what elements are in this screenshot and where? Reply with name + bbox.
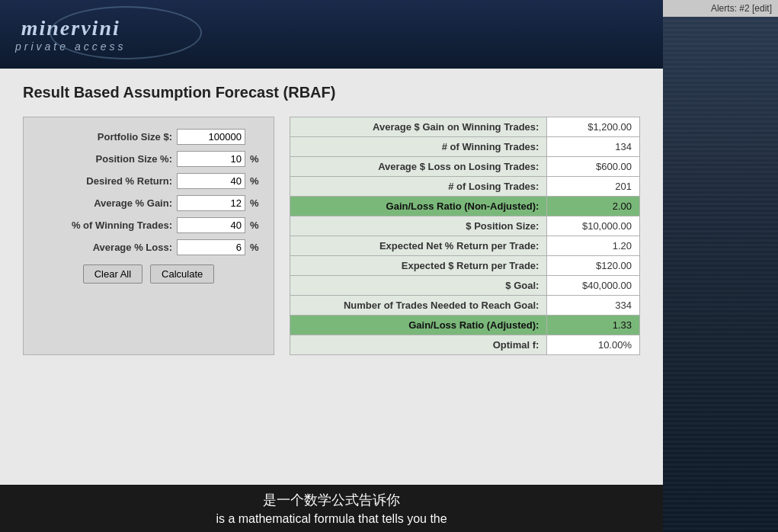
portfolio-size-row: Portfolio Size $: (35, 129, 262, 145)
desired-return-unit: % (250, 175, 262, 187)
desired-return-label: Desired % Return: (35, 175, 172, 187)
result-label: Expected $ Return per Trade: (290, 256, 547, 276)
result-value: $10,000.00 (547, 216, 640, 236)
sidebar-stripes (663, 17, 778, 532)
result-value: 1.20 (547, 236, 640, 256)
result-label: Gain/Loss Ratio (Non-Adjusted): (290, 197, 547, 216)
result-value: $40,000.00 (547, 276, 640, 296)
result-label: Average $ Gain on Winning Trades: (290, 117, 547, 137)
result-label: Optimal f: (290, 335, 547, 355)
right-sidebar: Alerts: #2 [edit] (663, 0, 778, 532)
result-label: $ Position Size: (290, 216, 547, 236)
table-row: Gain/Loss Ratio (Adjusted):1.33 (290, 316, 640, 335)
result-label: # of Losing Trades: (290, 177, 547, 197)
result-label: $ Goal: (290, 276, 547, 296)
result-label: Expected Net % Return per Trade: (290, 236, 547, 256)
result-label: Number of Trades Needed to Reach Goal: (290, 296, 547, 316)
logo: minervini private access (15, 16, 126, 53)
main-panel: minervini private access Result Based As… (0, 0, 663, 532)
clear-all-button[interactable]: Clear All (83, 264, 142, 284)
result-label: Gain/Loss Ratio (Adjusted): (290, 316, 547, 335)
result-value: 201 (547, 177, 640, 197)
table-row: Expected Net % Return per Trade:1.20 (290, 236, 640, 256)
subtitle-bar: 是一个数学公式告诉你 is a mathematical formula tha… (0, 485, 663, 532)
desired-return-row: Desired % Return: % (35, 173, 262, 189)
table-row: Gain/Loss Ratio (Non-Adjusted):2.00 (290, 197, 640, 216)
avg-loss-label: Average % Loss: (35, 242, 172, 253)
calculator-layout: Portfolio Size $: Position Size %: % Des… (23, 117, 640, 355)
result-value: 334 (547, 296, 640, 316)
winning-trades-unit: % (250, 220, 262, 231)
avg-gain-input[interactable] (177, 195, 245, 211)
page-title: Result Based Assumption Forecast (RBAF) (23, 84, 640, 101)
avg-gain-label: Average % Gain: (35, 197, 172, 209)
avg-loss-row: Average % Loss: % (35, 239, 262, 255)
header: minervini private access (0, 0, 663, 69)
table-row: Expected $ Return per Trade:$120.00 (290, 256, 640, 276)
desired-return-input[interactable] (177, 173, 245, 189)
result-value: 134 (547, 137, 640, 157)
winning-trades-row: % of Winning Trades: % (35, 217, 262, 233)
subtitle-english: is a mathematical formula that tells you… (0, 512, 663, 526)
result-value: $1,200.00 (547, 117, 640, 137)
result-label: # of Winning Trades: (290, 137, 547, 157)
calculate-button[interactable]: Calculate (150, 264, 214, 284)
result-value: $120.00 (547, 256, 640, 276)
avg-loss-unit: % (250, 242, 262, 253)
position-size-input[interactable] (177, 151, 245, 167)
alerts-bar: Alerts: #2 [edit] (663, 0, 778, 17)
winning-trades-input[interactable] (177, 217, 245, 233)
table-row: Number of Trades Needed to Reach Goal:33… (290, 296, 640, 316)
table-row: $ Goal:$40,000.00 (290, 276, 640, 296)
result-value: 10.00% (547, 335, 640, 355)
position-size-unit: % (250, 153, 262, 165)
table-row: Optimal f:10.00% (290, 335, 640, 355)
table-row: $ Position Size:$10,000.00 (290, 216, 640, 236)
avg-loss-input[interactable] (177, 239, 245, 255)
result-label: Average $ Loss on Losing Trades: (290, 157, 547, 177)
position-size-label: Position Size %: (35, 153, 172, 165)
avg-gain-row: Average % Gain: % (35, 195, 262, 211)
table-row: # of Winning Trades:134 (290, 137, 640, 157)
subtitle-chinese: 是一个数学公式告诉你 (0, 491, 663, 509)
results-table: Average $ Gain on Winning Trades:$1,200.… (290, 117, 640, 355)
table-row: Average $ Gain on Winning Trades:$1,200.… (290, 117, 640, 137)
table-row: # of Losing Trades:201 (290, 177, 640, 197)
position-size-row: Position Size %: % (35, 151, 262, 167)
button-row: Clear All Calculate (35, 264, 262, 284)
avg-gain-unit: % (250, 197, 262, 209)
portfolio-size-input[interactable] (177, 129, 245, 145)
result-value: $600.00 (547, 157, 640, 177)
winning-trades-label: % of Winning Trades: (35, 220, 172, 231)
results-panel: Average $ Gain on Winning Trades:$1,200.… (290, 117, 640, 355)
content-area: Result Based Assumption Forecast (RBAF) … (0, 69, 663, 532)
table-row: Average $ Loss on Losing Trades:$600.00 (290, 157, 640, 177)
portfolio-size-label: Portfolio Size $: (35, 131, 172, 143)
input-form-panel: Portfolio Size $: Position Size %: % Des… (23, 117, 274, 355)
logo-oval (50, 6, 202, 59)
result-value: 1.33 (547, 316, 640, 335)
result-value: 2.00 (547, 197, 640, 216)
